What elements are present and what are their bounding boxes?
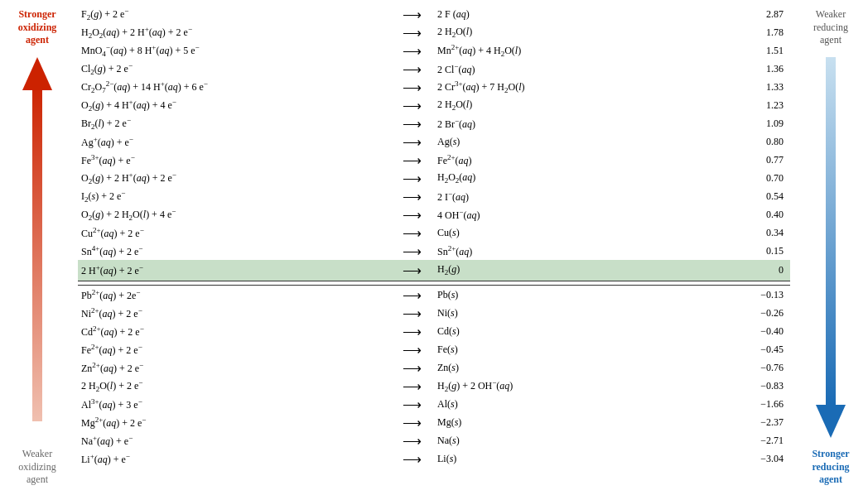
svg-rect-0 (32, 82, 42, 421)
stronger-reducing-label: Strongerreducingagent (812, 448, 849, 487)
table-row: Li+(aq) + e−⟶Li(s)−3.04 (78, 449, 790, 468)
weaker-reducing-label: Weakerreducingagent (813, 8, 848, 47)
table-row: Pb2+(aq) + 2e−⟶Pb(s)−0.13 (78, 286, 790, 305)
right-arrow-wrapper (816, 47, 846, 448)
right-arrow-area: Weakerreducingagent Strongerreducingagen… (793, 0, 868, 495)
svg-marker-1 (22, 57, 52, 90)
stronger-oxidizing-label: Strongeroxidizingagent (18, 8, 57, 47)
table-row: Cu2+(aq) + 2 e−⟶Cu(s)0.34 (78, 223, 790, 242)
table-row: Cl2(g) + 2 e−⟶2 Cl−(aq)1.36 (78, 60, 790, 78)
table-row: 2 H2O(l) + 2 e−⟶H2(g) + 2 OH−(aq)−0.83 (78, 377, 790, 395)
reduction-potentials-table: F2(g) + 2 e−⟶2 F (aq)2.87H2O2(aq) + 2 H+… (78, 5, 790, 468)
table-row: Cr2O72−(aq) + 14 H+(aq) + 6 e−⟶2 Cr3+(aq… (78, 78, 790, 96)
table-row: H2O2(aq) + 2 H+(aq) + 2 e−⟶2 H2O(l)1.78 (78, 23, 790, 41)
table-row: Fe3+(aq) + e−⟶Fe2+(aq)0.77 (78, 151, 790, 169)
table-row: Al3+(aq) + 3 e−⟶Al(s)−1.66 (78, 395, 790, 413)
table-row: F2(g) + 2 e−⟶2 F (aq)2.87 (78, 5, 790, 23)
table-row: O2(g) + 2 H2O(l) + 4 e−⟶4 OH−(aq)0.40 (78, 205, 790, 223)
svg-rect-2 (826, 57, 836, 405)
table-row: Cd2+(aq) + 2 e−⟶Cd(s)−0.40 (78, 322, 790, 340)
table-row: O2(g) + 4 H+(aq) + 4 e−⟶2 H2O(l)1.23 (78, 96, 790, 114)
table-row: Fe2+(aq) + 2 e−⟶Fe(s)−0.45 (78, 340, 790, 358)
left-arrow-wrapper (0, 47, 75, 448)
weaker-oxidizing-label: Weakeroxidizingagent (18, 448, 55, 487)
left-arrow-area: Strongeroxidizingagent Weakeroxidizingag… (0, 0, 75, 495)
table-row: 2 H+(aq) + 2 e−⟶H2(g)0 (78, 260, 790, 281)
svg-marker-3 (816, 405, 846, 438)
right-arrow-svg (816, 57, 846, 438)
table-row: Br2(l) + 2 e−⟶2 Br−(aq)1.09 (78, 114, 790, 132)
table-row: Ag+(aq) + e−⟶Ag(s)0.80 (78, 132, 790, 151)
table-row: I2(s) + 2 e−⟶2 I−(aq)0.54 (78, 187, 790, 205)
table-row: MnO4−(aq) + 8 H+(aq) + 5 e−⟶Mn2+(aq) + 4… (78, 41, 790, 60)
table-row: Na+(aq) + e−⟶Na(s)−2.71 (78, 431, 790, 449)
table-row: Zn2+(aq) + 2 e−⟶Zn(s)−0.76 (78, 358, 790, 377)
table-row: Mg2+(aq) + 2 e−⟶Mg(s)−2.37 (78, 413, 790, 431)
table-row: O2(g) + 2 H+(aq) + 2 e−⟶H2O2(aq)0.70 (78, 169, 790, 187)
left-arrow-svg (22, 57, 52, 438)
table-row: Sn4+(aq) + 2 e−⟶Sn2+(aq)0.15 (78, 242, 790, 260)
table-area: F2(g) + 2 e−⟶2 F (aq)2.87H2O2(aq) + 2 H+… (75, 0, 793, 495)
table-row: Ni2+(aq) + 2 e−⟶Ni(s)−0.26 (78, 304, 790, 322)
